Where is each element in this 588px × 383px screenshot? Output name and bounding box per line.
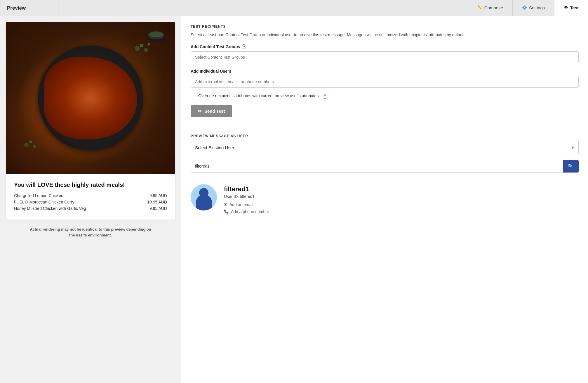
section-divider [191,127,579,127]
preview-title-text: You will LOVE these highly rated meals! [14,181,167,189]
add-groups-label-text: Add Content Test Groups [191,44,240,49]
select-user-wrapper: Select Existing User ▼ [191,141,579,154]
item-price-1: 9.95 AUD [149,193,167,198]
svg-point-9 [149,32,163,37]
preview-food-image [6,22,175,174]
main-content: You will LOVE these highly rated meals! … [0,16,588,383]
add-groups-label: Add Content Test Groups ? [191,44,579,49]
preview-text-section: You will LOVE these highly rated meals! … [6,174,175,220]
preview-panel: You will LOVE these highly rated meals! … [0,16,181,383]
nav-tabs: ✏️ Compose ⚙️ Settings 👁 Test [468,0,588,16]
override-label-text: Override recipients' attributes with cur… [198,93,320,98]
preview-title: Preview [7,5,26,11]
svg-point-0 [135,46,140,51]
food-bg [6,22,175,174]
override-help-icon[interactable]: ? [323,94,327,99]
individual-users-input[interactable] [191,76,579,88]
bowl-decoration [146,28,166,43]
add-email-label: Add an email [229,202,253,207]
preview-item-1: Chargrilled Lemon Chicken 9.95 AUD [14,193,167,198]
disclaimer-text: Actual rendering may not be identical to… [30,227,151,237]
tab-compose[interactable]: ✏️ Compose [468,0,512,16]
compose-tab-label: Compose [484,5,503,10]
phone-icon: 📞 [224,209,229,214]
select-existing-user[interactable]: Select Existing User [191,141,579,154]
svg-point-3 [147,43,150,46]
top-nav: Preview ✏️ Compose ⚙️ Settings 👁 Test [0,0,588,16]
send-test-label: Send Test [204,109,225,114]
override-checkbox[interactable] [191,94,195,98]
add-users-label-text: Add Individual Users [191,69,231,74]
food [44,57,137,139]
preview-item-2: FUEL'D Moroccan Chicken Curry 10.95 AUD [14,200,167,204]
content-test-groups-input[interactable] [191,51,579,63]
item-name-3: Honey Mustard Chicken with Garlic Veg [14,206,86,211]
preview-card: You will LOVE these highly rated meals! … [6,22,175,220]
test-tab-label: Test [570,5,579,10]
compose-icon: ✏️ [477,5,482,10]
settings-tab-label: Settings [529,5,545,10]
user-result: filtered1 User ID: filtered1 ✉ Add an em… [191,180,579,221]
override-checkbox-row: Override recipients' attributes with cur… [191,93,579,99]
add-groups-help-icon[interactable]: ? [242,44,246,49]
tab-settings[interactable]: ⚙️ Settings [512,0,554,16]
test-icon: 👁 [564,5,568,10]
test-recipients-title: TEST RECIPIENTS [191,25,579,29]
tab-test[interactable]: 👁 Test [554,0,588,16]
avatar [191,184,217,210]
user-info: filtered1 User ID: filtered1 ✉ Add an em… [224,184,579,216]
nav-preview-label: Preview [0,0,58,16]
add-email-row[interactable]: ✉ Add an email [224,202,579,207]
user-display-name: filtered1 [224,185,579,193]
send-test-button[interactable]: ✉ Send Test [191,105,232,117]
preview-user-title: PREVIEW MESSAGE AS USER [191,134,579,138]
test-recipients-desc: Select at least one Content Test Group o… [191,32,579,38]
settings-icon: ⚙️ [522,5,527,10]
preview-disclaimer: Actual rendering may not be identical to… [30,227,151,238]
avatar-body [196,194,212,210]
garnish-decoration-2 [23,139,38,151]
item-price-3: 9.95 AUD [149,206,167,211]
svg-point-4 [24,143,28,147]
preview-item-3: Honey Mustard Chicken with Garlic Veg 9.… [14,206,167,211]
email-icon: ✉ [224,202,227,207]
item-name-2: FUEL'D Moroccan Chicken Curry [14,200,74,204]
user-id-label: User ID: filtered1 [224,194,579,199]
user-search-row: 🔍 [191,160,579,173]
svg-point-5 [29,140,32,143]
item-price-2: 10.95 AUD [147,200,167,204]
svg-point-2 [144,48,148,52]
svg-point-1 [140,44,143,47]
user-search-input[interactable] [191,160,563,173]
right-panel: TEST RECIPIENTS Select at least one Cont… [181,16,588,383]
add-users-label: Add Individual Users [191,69,579,74]
override-label[interactable]: Override recipients' attributes with cur… [198,93,327,99]
plate [38,46,143,151]
search-icon: 🔍 [568,163,574,169]
avatar-head [199,188,208,197]
user-search-button[interactable]: 🔍 [563,160,579,173]
add-phone-label: Add a phone number [231,209,269,214]
add-phone-row[interactable]: 📞 Add a phone number [224,209,579,214]
send-icon: ✉ [198,109,201,114]
item-name-1: Chargrilled Lemon Chicken [14,193,63,198]
svg-point-6 [33,145,36,148]
